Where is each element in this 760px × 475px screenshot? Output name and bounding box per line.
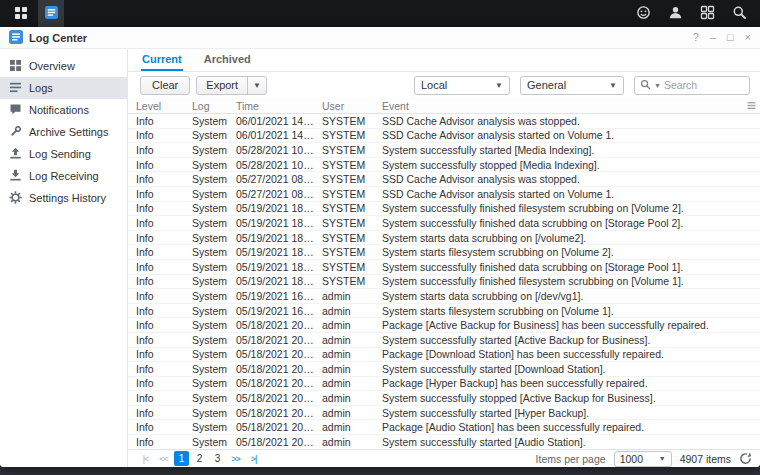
table-row[interactable]: Info System 05/18/2021 20:10:... admin P… [128,348,760,363]
cell-level: Info [128,129,184,141]
logs-icon [9,81,22,96]
cell-level: Info [128,377,184,389]
log-center-window-icon [9,30,23,46]
table-row[interactable]: Info System 05/19/2021 18:12:... SYSTEM … [128,260,760,275]
sidebar-item-label: Log Sending [29,148,91,160]
column-header-time[interactable]: Time [228,100,314,112]
sidebar-item-log-receiving[interactable]: Log Receiving [0,165,127,187]
tab-archived[interactable]: Archived [203,49,252,71]
export-button[interactable]: Export ▼ [196,76,267,95]
table-row[interactable]: Info System 05/18/2021 20:10:... admin P… [128,318,760,333]
gear-icon [9,191,22,206]
support-chat-button[interactable] [630,0,656,27]
sidebar-item-overview[interactable]: Overview [0,55,127,77]
sidebar-item-settings-history[interactable]: Settings History [0,187,127,209]
table-row[interactable]: Info System 05/28/2021 10:43:... SYSTEM … [128,158,760,173]
cell-event: System successfully stopped [Active Back… [374,392,744,404]
table-row[interactable]: Info System 05/19/2021 18:12:... SYSTEM … [128,245,760,260]
column-header-level[interactable]: Level [128,100,184,112]
cell-log: System [184,421,228,433]
next-page-button[interactable]: >> [228,451,243,466]
search-input[interactable] [664,79,744,91]
table-row[interactable]: Info System 05/18/2021 20:10:... admin S… [128,406,760,421]
cell-log: System [184,392,228,404]
first-page-button[interactable]: |< [138,451,153,466]
total-items-count: 4907 items [680,453,731,465]
page-button-2[interactable]: 2 [192,451,207,466]
table-row[interactable]: Info System 05/18/2021 20:10:... admin P… [128,377,760,392]
sidebar-item-notifications[interactable]: Notifications [0,99,127,121]
table-row[interactable]: Info System 05/18/2021 20:10:... admin P… [128,420,760,435]
desktop-search-button[interactable] [726,0,752,27]
last-page-button[interactable]: >| [246,451,261,466]
export-caret-icon[interactable]: ▼ [247,77,266,94]
cell-time: 05/19/2021 18:12:... [228,232,314,244]
column-header-log[interactable]: Log [184,100,228,112]
maximize-button[interactable]: □ [727,32,734,43]
table-row[interactable]: Info System 05/28/2021 10:43:... SYSTEM … [128,143,760,158]
table-row[interactable]: Info System 05/27/2021 08:23:... SYSTEM … [128,172,760,187]
cell-event: System successfully started [Active Back… [374,334,744,346]
table-row[interactable]: Info System 05/19/2021 16:08:... admin S… [128,304,760,319]
log-scope-value: Local [421,79,447,91]
table-row[interactable]: Info System 05/18/2021 20:10:... admin S… [128,362,760,377]
clear-button[interactable]: Clear [140,76,190,95]
cell-user: SYSTEM [314,144,374,156]
table-row[interactable]: Info System 05/19/2021 18:12:... SYSTEM … [128,231,760,246]
cell-log: System [184,115,228,127]
cell-log: System [184,348,228,360]
prev-page-button[interactable]: << [156,451,171,466]
cell-level: Info [128,202,184,214]
search-options-caret-icon[interactable]: ▼ [654,82,661,89]
page-button-1[interactable]: 1 [174,451,189,466]
cell-level: Info [128,290,184,302]
cell-level: Info [128,246,184,258]
cell-time: 05/19/2021 16:08:... [228,305,314,317]
sidebar-item-log-sending[interactable]: Log Sending [0,143,127,165]
cell-event: System successfully finished filesystem … [374,275,744,287]
cell-time: 05/19/2021 18:12:... [228,261,314,273]
minimize-button[interactable]: – [710,32,716,43]
table-row[interactable]: Info System 06/01/2021 14:37:... SYSTEM … [128,129,760,144]
cell-event: SSD Cache Advisor analysis was stopped. [374,115,744,127]
cell-time: 05/19/2021 16:08:... [228,290,314,302]
table-row[interactable]: Info System 05/19/2021 18:14:... SYSTEM … [128,202,760,217]
table-row[interactable]: Info System 05/18/2021 20:10:... admin S… [128,435,760,449]
cell-user: SYSTEM [314,188,374,200]
tab-current[interactable]: Current [141,49,183,71]
cell-level: Info [128,436,184,448]
search-box[interactable]: ▼ [634,76,750,95]
table-row[interactable]: Info System 05/18/2021 20:10:... admin S… [128,333,760,348]
table-row[interactable]: Info System 05/19/2021 18:11:... SYSTEM … [128,275,760,290]
tab-bar: Current Archived [128,49,760,72]
cell-time: 05/18/2021 20:10:... [228,348,314,360]
sidebar-item-logs[interactable]: Logs [0,77,127,99]
window-titlebar[interactable]: Log Center ? – □ × [0,27,760,49]
table-row[interactable]: Info System 05/19/2021 18:14:... SYSTEM … [128,216,760,231]
table-row[interactable]: Info System 05/19/2021 16:08:... admin S… [128,289,760,304]
page-button-3[interactable]: 3 [210,451,225,466]
table-row[interactable]: Info System 05/27/2021 08:22:... SYSTEM … [128,187,760,202]
log-category-select[interactable]: General ▼ [520,76,624,95]
apps-menu-button[interactable] [8,0,34,27]
column-header-user[interactable]: User [314,100,374,112]
sidebar-item-archive-settings[interactable]: Archive Settings [0,121,127,143]
taskbar-log-center-button[interactable] [38,0,64,27]
close-button[interactable]: × [745,32,751,43]
cell-log: System [184,334,228,346]
refresh-icon[interactable] [739,452,752,465]
user-menu-button[interactable] [662,0,688,27]
main-panel: Current Archived Clear Export ▼ Local ▼ … [128,49,760,467]
table-row[interactable]: Info System 05/18/2021 20:10:... admin S… [128,391,760,406]
log-scope-select[interactable]: Local ▼ [414,76,510,95]
help-button[interactable]: ? [693,32,699,43]
cell-time: 05/27/2021 08:22:... [228,188,314,200]
widgets-button[interactable] [694,0,720,27]
cell-user: SYSTEM [314,129,374,141]
column-header-event[interactable]: Event [374,100,744,112]
cell-level: Info [128,188,184,200]
cell-user: admin [314,305,374,317]
table-row[interactable]: Info System 06/01/2021 14:37:... SYSTEM … [128,114,760,129]
column-settings-icon[interactable] [744,101,760,110]
items-per-page-select[interactable]: 1000 ▼ [614,451,672,467]
